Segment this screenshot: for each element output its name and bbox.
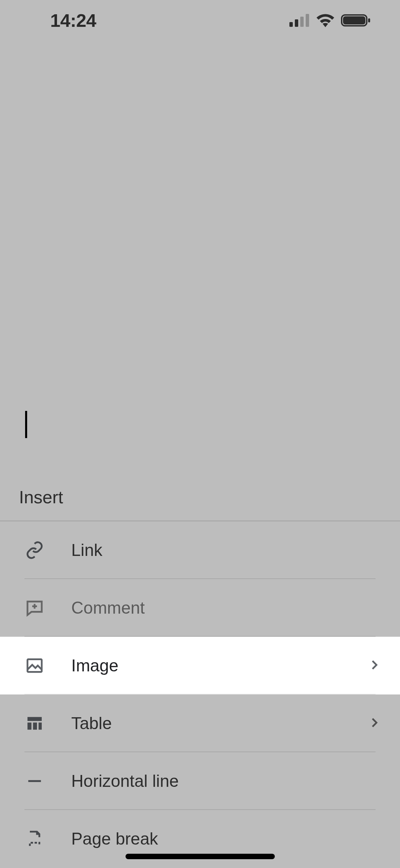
home-indicator[interactable] (126, 854, 275, 859)
menu-item-label: Link (71, 540, 381, 560)
insert-panel-header: Insert (0, 474, 400, 521)
menu-item-label: Table (71, 713, 367, 733)
menu-item-label: Horizontal line (71, 771, 381, 791)
svg-rect-9 (27, 717, 42, 721)
chevron-right-icon (367, 658, 381, 673)
table-icon (24, 713, 45, 734)
menu-item-label: Page break (71, 829, 381, 849)
menu-item-table[interactable]: Table (0, 694, 400, 752)
menu-item-comment: Comment (0, 579, 400, 637)
comment-icon (24, 598, 45, 618)
link-icon (24, 540, 45, 560)
menu-item-label: Comment (71, 598, 381, 618)
insert-menu-list: Link Comment Image (0, 521, 400, 868)
image-icon (24, 655, 45, 676)
svg-rect-12 (39, 723, 42, 730)
chevron-right-icon (367, 716, 381, 731)
menu-item-horizontal-line[interactable]: Horizontal line (0, 752, 400, 810)
menu-item-image[interactable]: Image (0, 637, 400, 694)
svg-rect-14 (27, 659, 42, 672)
horizontal-line-icon (24, 771, 45, 791)
svg-rect-10 (27, 723, 32, 730)
svg-rect-11 (33, 723, 37, 730)
menu-item-label: Image (71, 656, 367, 675)
page-break-icon (24, 829, 45, 849)
insert-panel-title: Insert (19, 487, 63, 507)
menu-item-link[interactable]: Link (0, 521, 400, 579)
